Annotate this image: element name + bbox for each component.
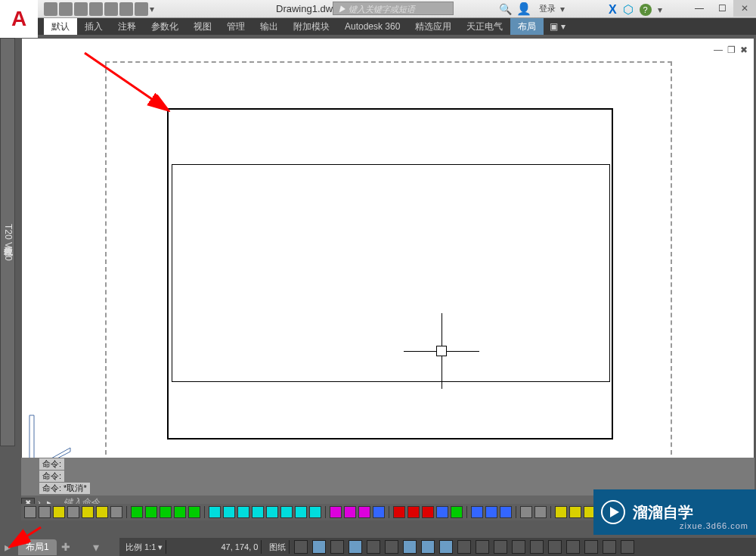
tool-icon[interactable] [520, 506, 532, 518]
a360-icon[interactable]: ⬡ [623, 2, 634, 17]
saveas-icon[interactable] [89, 2, 103, 16]
annotation-scale-icon[interactable] [494, 540, 507, 554]
qprops-toggle-icon[interactable] [457, 540, 471, 554]
tool-icon[interactable] [534, 506, 547, 518]
tool-icon[interactable] [422, 506, 434, 518]
search-input[interactable]: ▶ 键入关键字或短语 [333, 2, 454, 15]
grid-toggle-icon[interactable] [294, 540, 308, 554]
viewport-outer-rect[interactable] [167, 108, 613, 440]
lineweight-toggle-icon[interactable] [421, 540, 435, 554]
ortho-toggle-icon[interactable] [330, 540, 344, 554]
tool-icon[interactable] [82, 506, 94, 518]
tool-icon[interactable] [145, 506, 157, 518]
ribbon-tab-autodesk360[interactable]: Autodesk 360 [337, 18, 407, 35]
app-menu-button[interactable]: A [0, 0, 38, 38]
transparency-toggle-icon[interactable] [439, 540, 453, 554]
ribbon-tab-view[interactable]: 视图 [186, 18, 219, 35]
polar-toggle-icon[interactable] [349, 540, 362, 554]
ribbon-tab-tianzheng[interactable]: 天正电气 [459, 18, 510, 35]
tool-icon[interactable] [266, 506, 278, 518]
snap-toggle-icon[interactable] [312, 540, 326, 554]
undo-icon[interactable] [119, 2, 133, 16]
tool-icon[interactable] [53, 506, 65, 518]
customize-icon[interactable] [621, 540, 634, 554]
qat-dropdown-icon[interactable]: ▾ [150, 4, 154, 14]
tool-icon[interactable] [223, 506, 235, 518]
tool-icon[interactable] [96, 506, 108, 518]
ribbon-tab-output[interactable]: 输出 [253, 18, 286, 35]
ribbon-tab-default[interactable]: 默认 [44, 18, 77, 35]
tool-icon[interactable] [555, 506, 567, 518]
login-dropdown-icon[interactable]: ▾ [560, 4, 565, 14]
tool-icon[interactable] [160, 506, 172, 518]
tool-icon[interactable] [67, 506, 79, 518]
minimize-button[interactable]: — [688, 0, 711, 17]
layout-add-button[interactable]: ✚ [61, 541, 70, 553]
tool-icon[interactable] [237, 506, 249, 518]
tool-icon[interactable] [436, 506, 448, 518]
tool-icon[interactable] [393, 506, 405, 518]
ribbon-tab-manage[interactable]: 管理 [219, 18, 253, 35]
ribbon-tab-parametric[interactable]: 参数化 [144, 18, 186, 35]
tool-icon[interactable] [24, 506, 36, 518]
doc-restore-icon[interactable]: ❐ [727, 45, 736, 55]
paper-toggle[interactable]: 图纸 [266, 540, 290, 554]
tool-icon[interactable] [358, 506, 370, 518]
tool-icon[interactable] [110, 506, 122, 518]
selection-cycling-icon[interactable] [476, 540, 489, 554]
tool-icon[interactable] [280, 506, 293, 518]
scale-display[interactable]: 比例 1:1 ▾ [122, 540, 166, 554]
tool-icon[interactable] [295, 506, 307, 518]
tool-icon[interactable] [407, 506, 420, 518]
tool-icon[interactable] [500, 506, 512, 518]
hardware-accel-icon[interactable] [566, 540, 580, 554]
isolate-objects-icon[interactable] [584, 540, 598, 554]
tool-icon[interactable] [174, 506, 186, 518]
tool-icon[interactable] [39, 506, 51, 518]
lock-ui-icon[interactable] [548, 540, 562, 554]
new-icon[interactable] [44, 2, 57, 16]
dyn-toggle-icon[interactable] [403, 540, 417, 554]
user-icon[interactable]: 👤 [516, 2, 531, 16]
doc-close-icon[interactable]: ✖ [740, 45, 748, 55]
print-icon[interactable] [104, 2, 118, 16]
otrack-toggle-icon[interactable] [385, 540, 398, 554]
tool-icon[interactable] [344, 506, 356, 518]
tool-icon[interactable] [188, 506, 200, 518]
ribbon-tab-insert[interactable]: 插入 [77, 18, 110, 35]
tool-icon[interactable] [451, 506, 463, 518]
workspace-icon[interactable] [530, 540, 544, 554]
annotation-visibility-icon[interactable] [512, 540, 525, 554]
tool-icon[interactable] [309, 506, 321, 518]
tool-icon[interactable] [485, 506, 497, 518]
tool-icon[interactable] [252, 506, 264, 518]
tool-icon[interactable] [569, 506, 581, 518]
login-button[interactable]: 登录 [539, 3, 556, 14]
title-bar: A ▾ Drawing1.dwg ▶ 键入关键字或短语 🔍 👤 登录 ▾ X ⬡… [0, 0, 756, 18]
close-button[interactable]: ✕ [733, 0, 756, 17]
help-icon[interactable]: ? [640, 4, 652, 16]
help-dropdown-icon[interactable]: ▾ [658, 5, 662, 15]
ribbon-tab-layout[interactable]: 布局 [510, 18, 544, 35]
clean-screen-icon[interactable] [603, 540, 616, 554]
redo-icon[interactable] [135, 2, 148, 16]
layout-dropdown-icon[interactable]: ▾ [93, 540, 99, 554]
osnap-toggle-icon[interactable] [367, 540, 380, 554]
tool-icon[interactable] [330, 506, 342, 518]
viewport-inner-rect[interactable] [172, 164, 610, 382]
exchange-icon[interactable]: X [609, 3, 617, 17]
save-icon[interactable] [74, 2, 88, 16]
ribbon-tab-annotate[interactable]: 注释 [110, 18, 144, 35]
left-palette-bar[interactable]: T20天正电气软件 V3.0 [0, 38, 15, 446]
doc-minimize-icon[interactable]: — [714, 45, 723, 55]
ribbon-tab-addins[interactable]: 附加模块 [286, 18, 337, 35]
tool-icon[interactable] [471, 506, 483, 518]
tool-icon[interactable] [131, 506, 143, 518]
tool-icon[interactable] [373, 506, 385, 518]
search-icon[interactable]: 🔍 [499, 3, 512, 15]
tool-icon[interactable] [209, 506, 221, 518]
ribbon-tab-featured[interactable]: 精选应用 [407, 18, 459, 35]
ribbon-panel-toggle-icon[interactable]: ▣ ▾ [550, 18, 565, 35]
maximize-button[interactable]: ☐ [711, 0, 733, 17]
open-icon[interactable] [59, 2, 73, 16]
